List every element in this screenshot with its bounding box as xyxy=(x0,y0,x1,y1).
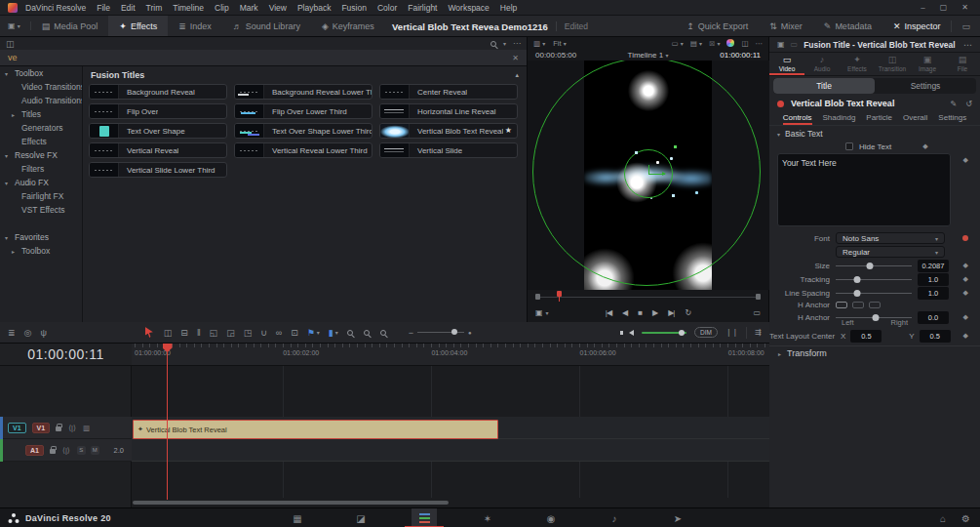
title-template-card[interactable]: Vertical Blob Text Reveal ★ xyxy=(379,123,518,139)
control-point[interactable] xyxy=(635,151,638,154)
hide-text-checkbox[interactable] xyxy=(845,142,853,150)
keyframe-diamond-icon[interactable]: ◆ xyxy=(963,332,968,340)
inspector-tab-file[interactable]: ▤ File xyxy=(945,53,980,75)
text-content-field[interactable]: Your Text Here xyxy=(777,153,951,226)
tree-effects[interactable]: Effects xyxy=(0,135,82,148)
inspector-tab-transition[interactable]: ◫ Transition xyxy=(875,53,910,75)
replace-clip-icon[interactable]: ◳ ▾ xyxy=(244,328,253,338)
auto-select-icon[interactable]: ⟨|⟩ xyxy=(68,424,76,432)
layout-x-value[interactable]: 0.5 xyxy=(850,330,882,343)
insert-clip-icon[interactable]: ◱ ▾ xyxy=(210,328,218,338)
gallery-grab-icon[interactable]: ▤ ▾ xyxy=(690,39,702,48)
anchor-left-button[interactable] xyxy=(836,302,847,308)
dual-screen-icon[interactable]: ▭ xyxy=(952,21,980,31)
project-settings-icon[interactable]: ⚙ xyxy=(961,513,970,524)
title-template-card[interactable]: Flip Over Lower Third ★ xyxy=(234,103,372,119)
tree-generators[interactable]: Generators xyxy=(0,121,82,135)
auto-select-icon[interactable]: ⟨|⟩ xyxy=(62,446,70,455)
effects-search-input[interactable]: ve ✕ xyxy=(0,50,527,66)
lock-icon[interactable] xyxy=(50,449,56,454)
tree-favorites[interactable]: ▾ Favorites xyxy=(0,230,82,244)
trim-edit-mode-icon[interactable]: ◫ ▾ xyxy=(164,328,173,338)
maximize-button[interactable]: ▢ xyxy=(940,3,948,12)
menu-item[interactable]: Trim xyxy=(146,3,163,13)
viewer-scrubber[interactable] xyxy=(528,290,768,304)
mark-menu-icon[interactable]: ▭ ▾ xyxy=(672,39,684,48)
selection-mode-icon[interactable]: ▾ xyxy=(145,327,155,338)
keyframe-diamond-icon[interactable]: ◆ xyxy=(963,275,968,283)
menu-item[interactable]: Mark xyxy=(240,3,258,13)
sound-library-button[interactable]: ♬Sound Library xyxy=(222,16,311,36)
media-pool-button[interactable]: ▤Media Pool xyxy=(31,16,109,36)
zoom-custom-icon[interactable]: ▾ xyxy=(380,330,388,336)
tree-audio-transitions[interactable]: Audio Transitions xyxy=(0,94,82,107)
tree-toolbox[interactable]: ▾ Toolbox xyxy=(0,66,82,80)
mute-button[interactable]: M xyxy=(91,446,99,455)
flag-icon[interactable]: ⚑ ▾ xyxy=(307,328,320,338)
menu-item[interactable]: Edit xyxy=(121,3,136,13)
solo-button[interactable]: S xyxy=(77,446,86,455)
keyframe-diamond-icon[interactable]: ◆ xyxy=(963,289,968,297)
inspector-menu-icon[interactable]: ⋯ xyxy=(963,40,972,50)
snapping-icon[interactable]: ∪ ▾ xyxy=(260,328,267,338)
split-view-icon[interactable]: ◫ xyxy=(741,39,748,48)
title-template-card[interactable]: Text Over Shape Lower Third ★ xyxy=(234,123,372,139)
stop-button[interactable]: ■ xyxy=(638,308,642,317)
font-style-dropdown[interactable]: Regular▾ xyxy=(836,246,945,258)
favorite-star-icon[interactable]: ★ xyxy=(505,126,512,135)
mixer-button[interactable]: ⇅Mixer xyxy=(759,16,813,36)
settings-view-tab[interactable]: Settings xyxy=(875,78,976,94)
stacked-timelines-icon[interactable]: ◎ ▾ xyxy=(24,328,32,338)
first-frame-button[interactable]: |◀ xyxy=(606,308,611,317)
menu-item[interactable]: Workspace xyxy=(448,3,489,13)
zoom-full-extent-icon[interactable]: ▾ xyxy=(347,330,355,336)
inspector-tab-video[interactable]: ▭ Video xyxy=(769,53,804,75)
inspector-tab-image[interactable]: ▣ Image xyxy=(910,53,945,75)
timeline-view-options-icon[interactable]: ≣ ▾ xyxy=(8,328,16,338)
settings-tab[interactable]: Settings xyxy=(938,113,966,125)
controls-tab[interactable]: Controls xyxy=(783,113,812,125)
tree-audio-fx[interactable]: ▾ Audio FX xyxy=(0,176,82,189)
font-dropdown[interactable]: Noto Sans▾ xyxy=(836,232,945,244)
title-template-card[interactable]: Vertical Reveal Lower Third ★ xyxy=(234,142,372,158)
tree-favorites-toolbox[interactable]: ▸ Toolbox xyxy=(0,244,82,258)
loop-button[interactable]: ↻ xyxy=(685,308,690,317)
close-button[interactable]: ✕ xyxy=(961,3,968,12)
tree-vst-effects[interactable]: VST Effects xyxy=(0,203,82,217)
tree-resolve-fx[interactable]: ▾ Resolve FX xyxy=(0,148,82,162)
keyframe-diamond-icon[interactable]: ◆ xyxy=(963,156,968,164)
node-enable-toggle[interactable] xyxy=(777,101,784,107)
page-fairlight[interactable]: ♪ xyxy=(602,508,627,527)
menu-item[interactable]: View xyxy=(269,3,287,13)
timeline-zoom-slider[interactable]: −● xyxy=(409,328,472,338)
scrubber-playhead[interactable] xyxy=(557,291,562,297)
title-template-card[interactable]: Vertical Reveal ★ xyxy=(89,142,227,158)
tree-titles[interactable]: ▸ Titles xyxy=(0,107,82,121)
title-template-card[interactable]: Flip Over ★ xyxy=(89,103,227,119)
linked-selection-icon[interactable]: ∞ ▾ xyxy=(276,328,282,338)
effects-button[interactable]: ✦Effects xyxy=(108,16,168,36)
color-controls-icon[interactable] xyxy=(726,39,734,47)
parameter-value[interactable]: 1.0 xyxy=(918,287,949,300)
title-template-card[interactable]: Background Reveal Lower Third ★ xyxy=(234,84,372,100)
minimize-button[interactable]: – xyxy=(921,3,924,12)
reset-icon[interactable]: ↺ xyxy=(965,100,972,108)
menu-item[interactable]: Fairlight xyxy=(408,3,437,13)
effects-panel-icon[interactable]: ◫ xyxy=(6,39,15,49)
audio-track-lane[interactable] xyxy=(132,439,769,462)
mic-icon[interactable]: ψ ▾ xyxy=(40,328,46,338)
last-frame-button[interactable]: ▶| xyxy=(668,308,674,317)
video-track-header[interactable]: V1 V1 ⟨|⟩ ▥ xyxy=(0,417,132,439)
keyframe-pen-icon[interactable]: ✎ xyxy=(951,100,958,108)
menu-item[interactable]: Playback xyxy=(297,3,332,13)
search-icon[interactable] xyxy=(490,41,496,47)
title-template-card[interactable]: Text Over Shape ★ xyxy=(89,123,227,139)
loop-region-icon[interactable]: ▭ xyxy=(753,308,761,317)
menu-item[interactable]: Timeline xyxy=(173,3,204,13)
index-button[interactable]: ≣Index xyxy=(168,16,222,36)
title-template-card[interactable]: Vertical Slide Lower Third ★ xyxy=(89,162,227,178)
control-point[interactable] xyxy=(674,145,677,148)
page-deliver[interactable]: ➤ xyxy=(665,508,690,527)
timeline-clip[interactable]: ✦ Vertical Blob Text Reveal xyxy=(133,420,498,439)
out-point-handle[interactable] xyxy=(756,294,761,300)
